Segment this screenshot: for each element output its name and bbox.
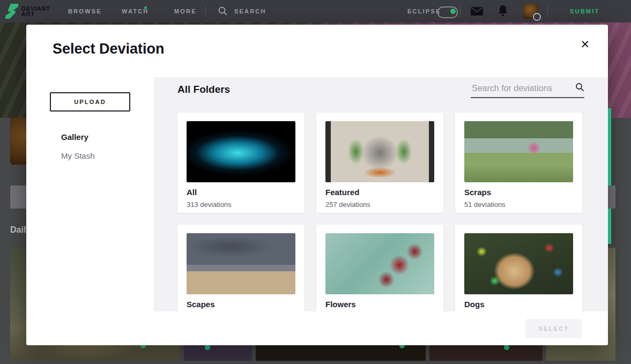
- select-button[interactable]: SELECT: [525, 319, 582, 338]
- deviantart-logo-text: DEVIANT ART: [21, 6, 50, 17]
- topbar-divider: [205, 5, 206, 17]
- avatar-status-badge-icon: [533, 13, 541, 21]
- folder-thumbnail-image: [325, 233, 434, 294]
- modal-content: All Folders All 313 deviations Featured: [154, 77, 608, 311]
- folder-card-all[interactable]: All 313 deviations: [177, 113, 305, 213]
- watch-notification-dot: [144, 6, 147, 9]
- eclipse-label: ECLIPSE: [407, 8, 441, 14]
- eclipse-toggle[interactable]: [437, 6, 458, 18]
- folder-name: Featured: [325, 188, 434, 197]
- folder-deviation-count: 313 deviations: [187, 200, 295, 209]
- search-icon[interactable]: [218, 6, 228, 18]
- deviantart-logo[interactable]: DEVIANT ART: [5, 4, 50, 19]
- teal-accent-strip: [608, 108, 611, 244]
- modal-footer: SELECT: [26, 311, 608, 345]
- submit-button[interactable]: SUBMIT: [570, 8, 599, 14]
- folder-card-dogs[interactable]: Dogs: [455, 225, 582, 311]
- logo-line2: ART: [21, 11, 50, 17]
- select-deviation-modal: Select Deviation ✕ UPLOAD Gallery My Sta…: [26, 25, 608, 345]
- folder-name: Scapes: [187, 300, 295, 309]
- modal-sidebar-menu: Gallery My Stash: [26, 128, 154, 165]
- deviation-search-box: [471, 83, 584, 98]
- folder-thumbnail-image: [325, 121, 434, 182]
- daily-deviation-dot-icon: [504, 345, 509, 350]
- content-top-row: All Folders: [177, 81, 584, 98]
- user-avatar[interactable]: [523, 4, 538, 19]
- folder-name: Dogs: [464, 300, 573, 309]
- daily-deviation-dot-icon: [205, 345, 210, 350]
- modal-body: UPLOAD Gallery My Stash All Folders A: [26, 77, 608, 311]
- nav-search[interactable]: SEARCH: [234, 8, 266, 14]
- folder-thumbnail-image: [464, 233, 573, 294]
- topbar-divider: [460, 5, 461, 17]
- folder-thumbnail-image: [187, 121, 295, 182]
- folder-thumbnail-image: [187, 233, 295, 294]
- deviantart-logo-icon: [5, 4, 18, 19]
- folder-card-featured[interactable]: Featured 257 deviations: [316, 113, 443, 213]
- modal-title: Select Deviation: [53, 41, 165, 57]
- bell-icon[interactable]: [498, 5, 508, 19]
- folder-name: Flowers: [325, 300, 434, 309]
- nav-browse[interactable]: BROWSE: [68, 8, 102, 14]
- all-folders-heading: All Folders: [177, 84, 230, 95]
- modal-sidebar: UPLOAD Gallery My Stash: [26, 77, 154, 311]
- folder-grid: All 313 deviations Featured 257 deviatio…: [177, 113, 584, 311]
- mail-icon[interactable]: [471, 7, 483, 18]
- deviation-search-input[interactable]: [471, 83, 575, 94]
- upload-button[interactable]: UPLOAD: [50, 92, 130, 112]
- topbar-divider: [547, 5, 548, 17]
- folder-name: Scraps: [464, 188, 573, 197]
- search-icon[interactable]: [575, 83, 584, 94]
- folder-card-scraps[interactable]: Scraps 51 deviations: [455, 113, 582, 213]
- folder-card-flowers[interactable]: Flowers: [316, 225, 443, 311]
- top-navigation-bar: DEVIANT ART BROWSE WATCH MORE SEARCH ECL…: [0, 0, 631, 23]
- sidebar-item-my-stash[interactable]: My Stash: [26, 146, 154, 165]
- eclipse-toggle-knob: [450, 9, 456, 14]
- folder-card-scapes[interactable]: Scapes: [177, 225, 305, 311]
- close-icon[interactable]: ✕: [577, 35, 593, 53]
- sidebar-item-gallery[interactable]: Gallery: [26, 128, 154, 146]
- folder-name: All: [187, 188, 295, 197]
- folder-deviation-count: 51 deviations: [464, 200, 573, 209]
- folder-deviation-count: 257 deviations: [325, 200, 434, 209]
- folder-thumbnail-image: [464, 121, 573, 182]
- modal-header: Select Deviation ✕: [26, 25, 608, 77]
- nav-more[interactable]: MORE: [174, 8, 197, 14]
